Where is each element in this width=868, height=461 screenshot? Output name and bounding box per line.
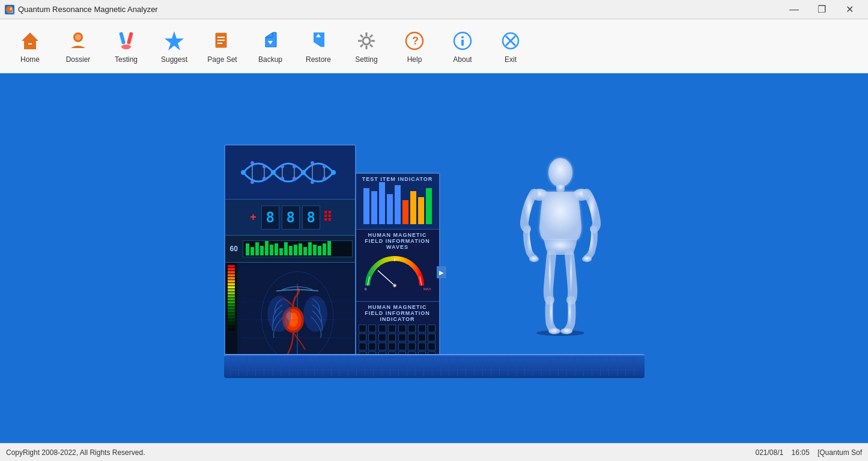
toolbar-item-setting[interactable]: Setting [342, 22, 390, 70]
svg-text:0: 0 [365, 287, 367, 291]
restore-icon [306, 29, 330, 53]
eq-bar [270, 245, 273, 255]
svg-point-49 [293, 177, 296, 180]
grid-cell [359, 343, 366, 350]
grid-cell [378, 325, 386, 332]
suggest-label: Suggest [161, 55, 187, 64]
svg-rect-7 [127, 32, 133, 44]
svg-point-53 [311, 180, 314, 184]
grid-cell [388, 325, 396, 332]
setting-label: Setting [355, 55, 377, 64]
test-bar-fill [363, 188, 369, 224]
svg-point-78 [548, 158, 572, 187]
eq-bar [246, 243, 249, 255]
indicators-panel: ▶ TEST ITEM INDICATOR [356, 172, 440, 372]
svg-point-85 [560, 328, 572, 334]
dossier-icon [66, 29, 90, 53]
svg-line-21 [360, 35, 363, 37]
eq-bar [289, 246, 293, 255]
toolbar-item-home[interactable]: Home [6, 22, 54, 70]
svg-point-44 [263, 177, 266, 180]
wave-title: HUMAN MAGNETIC FIELD INFORMATION WAVES [359, 232, 437, 250]
svg-point-77 [536, 330, 584, 336]
svg-point-65 [303, 296, 327, 332]
toolbar-item-help[interactable]: ? Help [390, 22, 439, 70]
svg-point-51 [301, 170, 306, 175]
grid-cell [408, 343, 416, 350]
grid-cell [388, 343, 396, 350]
grid-cell [428, 334, 436, 341]
svg-rect-29 [461, 40, 464, 46]
toolbar-item-restore[interactable]: Restore [294, 22, 342, 70]
toolbar: Home Dossier Testing Sugge [0, 19, 868, 73]
setting-icon [354, 29, 378, 53]
svg-point-82 [529, 256, 539, 262]
toolbar-item-exit[interactable]: Exit [487, 22, 535, 70]
svg-text:🔬: 🔬 [7, 6, 14, 14]
toolbar-item-testing[interactable]: Testing [102, 22, 150, 70]
toolbar-item-about[interactable]: About [439, 22, 487, 70]
eq-bar [313, 245, 317, 255]
level-indicator [228, 280, 235, 282]
grid-cell [418, 343, 426, 350]
level-indicator [228, 295, 235, 298]
test-bar-item [410, 191, 416, 224]
eq-bar [284, 242, 288, 255]
body-figure-area [476, 156, 645, 372]
level-indicator [228, 301, 235, 304]
digit-3: 8 [302, 206, 320, 230]
toolbar-item-suggest[interactable]: Suggest [150, 22, 198, 70]
test-item-section: TEST ITEM INDICATOR [356, 174, 439, 230]
level-indicator [228, 316, 235, 319]
svg-point-83 [582, 256, 592, 262]
toolbar-item-pageset[interactable]: Page Set [198, 22, 246, 70]
next-arrow-button[interactable]: ▶ [437, 266, 446, 278]
test-bar-item [395, 185, 401, 224]
svg-point-46 [271, 170, 276, 175]
eq-bar [279, 248, 283, 255]
toolbar-item-backup[interactable]: Backup [246, 22, 294, 70]
eq-bar [323, 243, 326, 255]
grid-cell [398, 343, 406, 350]
statusbar: CopyRight 2008-2022, All Rights Reserved… [0, 443, 868, 461]
test-item-title: TEST ITEM INDICATOR [359, 176, 437, 182]
minimize-button[interactable]: — [780, 0, 808, 19]
svg-point-28 [461, 36, 464, 38]
svg-point-8 [121, 44, 131, 49]
grid-cell [368, 334, 376, 341]
level-indicator [228, 328, 235, 331]
grid-cell [378, 334, 386, 341]
svg-marker-9 [165, 31, 184, 50]
svg-line-23 [370, 35, 372, 37]
svg-line-24 [360, 44, 363, 47]
svg-line-22 [370, 44, 372, 47]
svg-rect-79 [556, 185, 565, 192]
grid-cell [359, 325, 366, 332]
digit-suffix: ⠿ [323, 210, 332, 225]
pageset-label: Page Set [207, 55, 237, 64]
eq-bar [260, 246, 264, 255]
app-title: Quantum Resonance Magnetic Analyzer [18, 5, 158, 14]
wave-section: HUMAN MAGNETIC FIELD INFORMATION WAVES [356, 230, 439, 302]
maximize-button[interactable]: ❐ [808, 0, 836, 19]
testing-label: Testing [115, 55, 138, 64]
level-indicator [228, 298, 235, 301]
svg-point-84 [548, 328, 560, 334]
eq-bar [303, 247, 307, 255]
toolbar-item-dossier[interactable]: Dossier [54, 22, 102, 70]
level-indicator [228, 283, 235, 285]
dossier-label: Dossier [66, 55, 91, 64]
close-button[interactable]: ✕ [836, 0, 863, 19]
scanner-panel: + 8 8 8 ⠿ 60 [224, 144, 356, 372]
testing-icon [114, 29, 138, 53]
software-text: [Quantum Sof [818, 448, 862, 457]
platform [224, 354, 645, 378]
eq-bar [294, 245, 297, 255]
grid-cell [368, 343, 376, 350]
svg-point-16 [363, 37, 370, 44]
svg-point-54 [323, 177, 326, 180]
main-content: + 8 8 8 ⠿ 60 [0, 73, 868, 443]
test-bar-item [387, 194, 393, 224]
about-icon [451, 29, 475, 53]
titlebar-controls: — ❐ ✕ [780, 0, 863, 19]
